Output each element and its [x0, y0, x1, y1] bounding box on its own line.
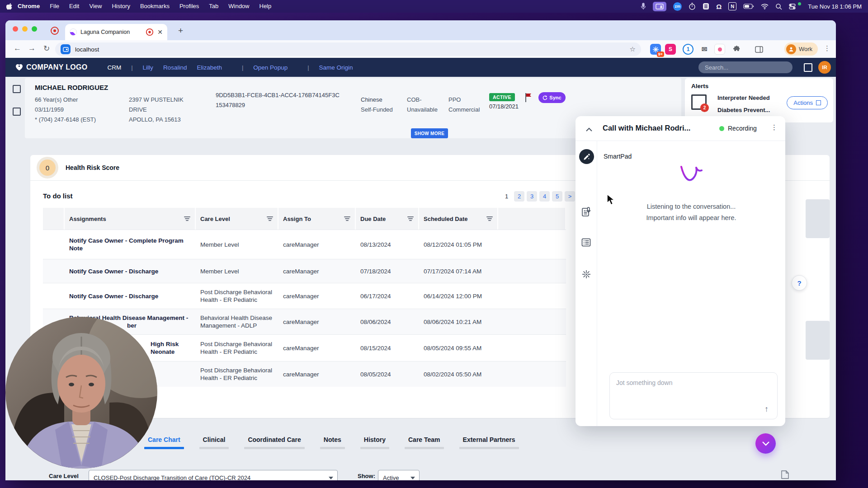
page-5[interactable]: 5 [552, 191, 562, 202]
cell-assign-to: careManager [278, 259, 356, 283]
control-center-icon[interactable] [789, 4, 796, 9]
collapse-chevron-icon[interactable] [585, 126, 593, 134]
browser-menu-button[interactable]: ⋮ [824, 44, 830, 52]
new-tab-button[interactable]: + [178, 26, 183, 36]
help-button[interactable]: ? [792, 275, 807, 291]
close-window-button[interactable] [13, 26, 18, 32]
extensions-puzzle-icon[interactable] [731, 44, 742, 55]
nav-link-open-popup[interactable]: Open Popup [253, 64, 288, 71]
header-care-level[interactable]: Care Level [196, 208, 278, 230]
actions-button[interactable]: Actions [787, 96, 828, 109]
note-input[interactable] [609, 372, 778, 419]
show-more-button[interactable]: SHOW MORE [411, 128, 448, 138]
form-icon[interactable] [581, 238, 591, 249]
header-assignments[interactable]: Assignments [65, 208, 195, 230]
menubar-clock[interactable]: Tue Nov 18 1:06 PM [808, 3, 862, 10]
extension-meet-icon[interactable]: 9+ [650, 44, 661, 55]
flag-icon[interactable] [524, 93, 533, 104]
page-next[interactable]: > [565, 191, 575, 202]
webcam-video-overlay[interactable] [5, 317, 157, 469]
header-assign-to[interactable]: Assign To [278, 208, 355, 230]
send-note-icon[interactable]: ↑ [764, 404, 769, 414]
page-2[interactable]: 2 [514, 191, 524, 202]
screen-share-icon[interactable] [653, 2, 666, 11]
nav-link-rosalind[interactable]: Rosalind [163, 64, 187, 71]
show-filter-select[interactable]: Active [378, 470, 420, 480]
rail-checkbox-1[interactable] [13, 85, 21, 93]
menubar-item-chrome[interactable]: Chrome [13, 0, 45, 13]
minimize-window-button[interactable] [22, 26, 28, 32]
menubar-item-profiles[interactable]: Profiles [175, 0, 204, 13]
back-button[interactable]: ← [14, 44, 21, 53]
zoom-window-button[interactable] [32, 26, 37, 32]
zoom-app-icon[interactable]: zm [673, 2, 682, 11]
filter-icon[interactable] [407, 216, 414, 221]
microphone-icon[interactable] [641, 3, 646, 10]
crm-nav-label[interactable]: CRM [107, 64, 121, 71]
sync-button[interactable]: Sync [538, 92, 566, 103]
ai-sparkle-icon[interactable] [581, 269, 591, 281]
scroll-down-fab[interactable] [755, 433, 776, 454]
header-due-date[interactable]: Due Date [356, 208, 418, 230]
menubar-item-view[interactable]: View [84, 0, 107, 13]
page-3[interactable]: 3 [527, 191, 537, 202]
extension-mail-icon[interactable]: ✉ [699, 44, 710, 55]
tab-external-partners[interactable]: External Partners [462, 436, 516, 449]
menubar-item-edit[interactable]: Edit [64, 0, 84, 13]
page-4[interactable]: 4 [539, 191, 550, 202]
tab-close-icon[interactable]: ✕ [157, 28, 163, 36]
menubar-item-tab[interactable]: Tab [204, 0, 223, 13]
browser-tab-laguna-companion[interactable]: Laguna Companion ✕ [65, 24, 167, 40]
extension-chat-icon[interactable] [714, 44, 725, 55]
reload-button[interactable]: ↻ [43, 44, 50, 53]
tab-coordinated-care[interactable]: Coordinated Care [247, 436, 302, 449]
nav-link-elizabeth[interactable]: Elizabeth [197, 64, 222, 71]
header-scheduled-date[interactable]: Scheduled Date [419, 208, 497, 230]
side-panel-icon[interactable] [754, 44, 764, 55]
menubar-item-help[interactable]: Help [255, 0, 277, 13]
page-1[interactable]: 1 [501, 191, 512, 202]
apple-logo-icon[interactable] [6, 3, 13, 10]
table-row[interactable]: Notify Case Owner - Discharge Member Lev… [43, 259, 566, 283]
address-bar[interactable]: localhost ☆ [55, 42, 641, 56]
menubar-item-window[interactable]: Window [223, 0, 254, 13]
spotlight-search-icon[interactable] [775, 3, 782, 10]
tab-history[interactable]: History [363, 436, 387, 449]
tab-care-team[interactable]: Care Team [407, 436, 441, 449]
filter-icon[interactable] [184, 216, 190, 221]
expand-square-icon[interactable] [804, 63, 812, 72]
user-avatar[interactable]: IR [818, 61, 831, 74]
filter-icon[interactable] [267, 216, 273, 221]
nav-link-lilly[interactable]: Lilly [143, 64, 153, 71]
care-level-select[interactable]: CLOSED-Post Discharge Transition of Care… [89, 470, 338, 480]
profile-chip[interactable]: Work [784, 42, 818, 56]
search-input[interactable] [698, 61, 793, 73]
forward-button[interactable]: → [28, 44, 36, 53]
company-logo[interactable]: COMPANY LOGO [15, 63, 87, 71]
timer-icon[interactable] [689, 3, 696, 10]
transcript-icon[interactable] [581, 207, 591, 219]
filter-icon[interactable] [486, 216, 493, 221]
table-row[interactable]: Notify Case Owner - Discharge Post Disch… [43, 283, 566, 309]
nav-link-same-origin[interactable]: Same Origin [319, 64, 353, 71]
filter-icon[interactable] [344, 216, 350, 221]
tab-care-chart[interactable]: Care Chart [147, 436, 181, 449]
tab-notes[interactable]: Notes [323, 436, 342, 449]
extension-s-icon[interactable]: S [665, 44, 676, 55]
url-text[interactable]: localhost [75, 46, 625, 53]
bookmark-star-icon[interactable]: ☆ [630, 45, 636, 53]
menubar-item-history[interactable]: History [107, 0, 135, 13]
omega-app-icon[interactable]: Ω [716, 3, 722, 10]
call-menu-button[interactable]: ⋮ [771, 123, 778, 131]
smartpad-icon[interactable] [579, 149, 594, 164]
save-note-icon[interactable] [781, 470, 789, 480]
notion-app-icon[interactable]: N [728, 2, 736, 10]
list-app-icon[interactable] [703, 3, 709, 10]
extension-1password-icon[interactable]: 1 [683, 44, 693, 55]
menubar-item-file[interactable]: File [45, 0, 64, 13]
tab-clinical[interactable]: Clinical [202, 436, 226, 449]
wifi-icon[interactable] [761, 4, 769, 9]
table-row[interactable]: Notify Case Owner - Complete Program Not… [43, 230, 566, 259]
rail-checkbox-2[interactable] [13, 108, 21, 116]
menubar-item-bookmarks[interactable]: Bookmarks [135, 0, 175, 13]
